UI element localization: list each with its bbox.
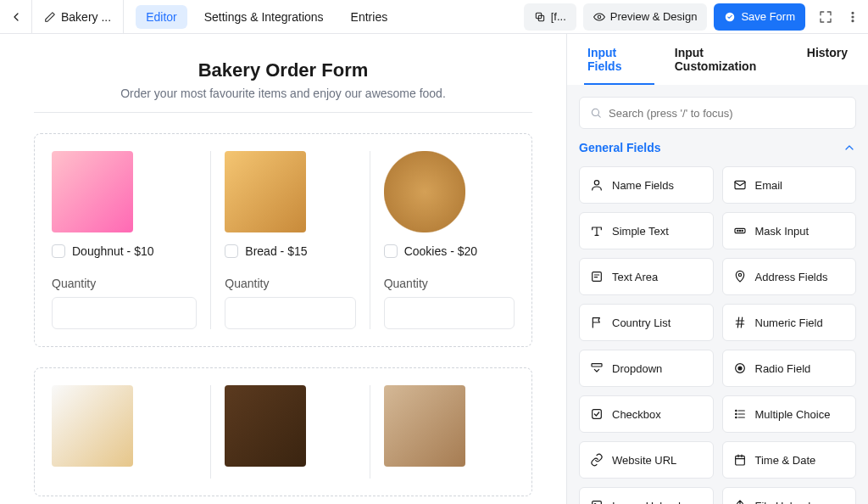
svg-rect-23 (735, 456, 744, 465)
flag-icon (590, 316, 604, 329)
quantity-label: Quantity (52, 277, 197, 290)
field-label: Checkbox (612, 408, 661, 421)
document-title[interactable]: Bakery ... (32, 0, 124, 34)
product-card-1[interactable]: Doughnut - $10 Quantity Bread - $15 Quan… (34, 133, 532, 347)
field-checkbox[interactable]: Checkbox (579, 395, 714, 433)
product-checkbox[interactable] (384, 244, 398, 258)
field-address-fields[interactable]: Address Fields (722, 258, 857, 295)
product-checkbox[interactable] (225, 244, 238, 258)
save-label: Save Form (741, 10, 795, 23)
field-label: Text Area (612, 271, 658, 283)
field-time-date[interactable]: Time & Date (722, 441, 857, 479)
back-button[interactable] (0, 0, 32, 34)
quantity-label: Quantity (384, 277, 515, 290)
mask-icon (733, 224, 747, 238)
product-image (52, 385, 133, 467)
shortcode-button[interactable]: [f... (524, 3, 576, 31)
pencil-icon (44, 11, 56, 23)
section-general-fields[interactable]: General Fields (579, 141, 660, 154)
product-card-2[interactable] (34, 367, 532, 496)
svg-point-6 (852, 20, 854, 21)
field-label: File Upload (755, 500, 811, 505)
field-email[interactable]: Email (722, 166, 857, 204)
svg-point-22 (735, 417, 736, 417)
field-multiple-choice[interactable]: Multiple Choice (722, 395, 857, 433)
more-vertical-icon (846, 10, 860, 24)
field-country-list[interactable]: Country List (579, 304, 714, 341)
svg-point-8 (594, 181, 598, 185)
tab-entries[interactable]: Entries (341, 5, 398, 29)
product-image (52, 151, 133, 232)
field-text-area[interactable]: Text Area (579, 258, 714, 295)
svg-point-18 (738, 367, 742, 370)
dropdown-icon (590, 361, 604, 375)
link-icon (590, 453, 604, 467)
product-image (384, 385, 465, 467)
svg-point-5 (852, 16, 854, 18)
copy-icon (534, 11, 546, 23)
product-image (384, 151, 465, 232)
product-label: Cookies - $20 (404, 244, 477, 258)
field-simple-text[interactable]: Simple Text (579, 212, 714, 249)
chevron-up-icon[interactable] (843, 141, 856, 154)
radio-icon (733, 361, 747, 375)
divider (34, 112, 532, 113)
quantity-input[interactable] (52, 297, 197, 329)
hash-icon (733, 316, 747, 329)
svg-point-20 (735, 410, 736, 411)
svg-point-15 (738, 273, 741, 276)
field-label: Address Fields (755, 271, 828, 283)
product-image (225, 151, 306, 232)
tab-input-fields[interactable]: Input Fields (576, 34, 663, 85)
field-label: Radio Field (755, 362, 811, 375)
tab-input-customization[interactable]: Input Customization (663, 34, 795, 85)
svg-point-21 (735, 413, 736, 414)
save-button[interactable]: Save Form (714, 3, 805, 31)
more-button[interactable] (846, 3, 860, 31)
svg-rect-16 (592, 364, 602, 367)
field-label: Email (755, 179, 783, 192)
field-website-url[interactable]: Website URL (579, 441, 714, 479)
textarea-icon (590, 270, 604, 283)
text-icon (590, 224, 604, 238)
field-label: Simple Text (612, 225, 669, 238)
product-checkbox[interactable] (52, 244, 65, 258)
check-icon (590, 407, 604, 421)
tab-history[interactable]: History (795, 34, 860, 85)
product-image (225, 385, 306, 467)
search-icon (590, 107, 602, 119)
mail-icon (733, 178, 747, 192)
tab-editor[interactable]: Editor (136, 5, 187, 29)
form-canvas: Bakery Order Form Order your most favour… (0, 34, 566, 504)
search-box[interactable] (579, 97, 856, 129)
pin-icon (733, 270, 747, 283)
field-label: Name Fields (612, 179, 674, 192)
search-input[interactable] (609, 107, 845, 120)
field-dropdown[interactable]: Dropdown (579, 350, 714, 387)
svg-point-4 (852, 12, 854, 14)
form-subtitle: Order your most favourite items and enjo… (34, 87, 532, 100)
product-label: Doughnut - $10 (72, 244, 154, 258)
tab-settings[interactable]: Settings & Integrations (194, 5, 334, 29)
svg-point-13 (742, 230, 743, 231)
quantity-input[interactable] (225, 297, 355, 329)
svg-point-11 (737, 230, 737, 231)
field-image-upload[interactable]: Image Upload (579, 487, 714, 504)
quantity-input[interactable] (384, 297, 515, 329)
field-mask-input[interactable]: Mask Input (722, 212, 857, 249)
shortcode-label: [f... (551, 10, 566, 23)
svg-point-7 (592, 109, 598, 115)
field-label: Numeric Field (755, 316, 823, 329)
fullscreen-icon (818, 9, 833, 25)
fullscreen-button[interactable] (812, 3, 839, 31)
upload-icon (733, 499, 747, 504)
field-file-upload[interactable]: File Upload (722, 487, 857, 504)
field-label: Multiple Choice (755, 408, 831, 421)
product-label: Bread - $15 (245, 244, 307, 258)
eye-icon (593, 11, 605, 23)
field-numeric-field[interactable]: Numeric Field (722, 304, 857, 341)
field-radio-field[interactable]: Radio Field (722, 350, 857, 387)
field-name-fields[interactable]: Name Fields (579, 166, 714, 204)
field-label: Image Upload (612, 500, 681, 505)
preview-button[interactable]: Preview & Design (583, 3, 708, 31)
